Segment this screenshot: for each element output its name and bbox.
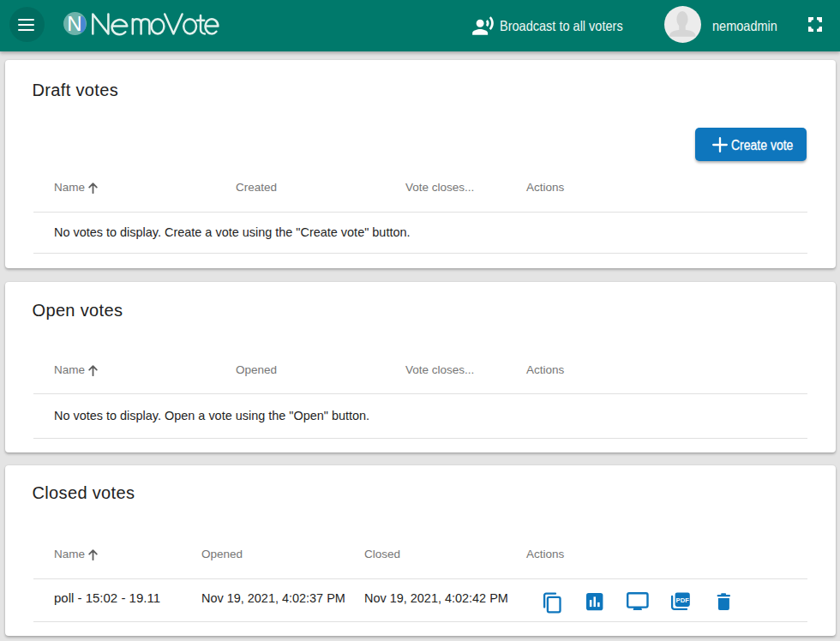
svg-text:PDF: PDF	[676, 596, 690, 604]
